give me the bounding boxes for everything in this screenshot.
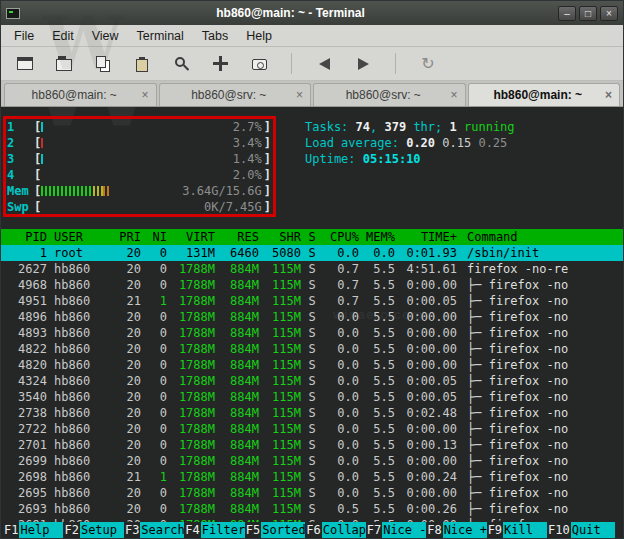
cell-time: 0:00.00 — [395, 309, 457, 325]
back-button[interactable] — [308, 50, 340, 77]
cell-pri: 20 — [111, 485, 141, 501]
column-header-pri[interactable]: PRI — [111, 229, 141, 245]
tab-1[interactable]: hb860@main: ~× — [4, 83, 157, 106]
menu-tabs[interactable]: Tabs — [193, 26, 237, 46]
meter-value: 3.4% — [233, 135, 262, 151]
cell-res: 884M — [215, 261, 259, 277]
process-row-2701[interactable]: 2701hb8602001788M884M115MS0.05.50:00.13├… — [1, 437, 623, 453]
cell-cpu: 0.0 — [323, 245, 359, 261]
column-header-s[interactable]: S — [301, 229, 323, 245]
meter-value: 1.4% — [233, 151, 262, 167]
tab-2[interactable]: hb860@srv: ~× — [159, 83, 312, 106]
new-tab-button[interactable] — [48, 50, 80, 77]
cell-ni: 0 — [141, 485, 167, 501]
process-row-4951[interactable]: 4951hb8602111788M884M115MS0.75.50:00.05├… — [1, 293, 623, 309]
meter-2: 2[3.4%] — [7, 135, 271, 151]
tab-4[interactable]: hb860@main: ~× — [468, 83, 621, 106]
menu-edit[interactable]: Edit — [43, 26, 83, 46]
process-row-4820[interactable]: 4820hb8602001788M884M115MS0.05.50:00.00├… — [1, 357, 623, 373]
minimize-button[interactable]: – — [558, 6, 576, 21]
fullscreen-button[interactable] — [204, 50, 236, 77]
fkey-setup[interactable]: F2Setup — [63, 522, 123, 538]
process-row-2695[interactable]: 2695hb8602001788M884M115MS0.05.50:00.00├… — [1, 485, 623, 501]
fkey-kill[interactable]: F9Kill — [487, 522, 547, 538]
terminal-window: hb860@main: ~ - Terminal – □ × FileEditV… — [0, 0, 624, 539]
menu-file[interactable]: File — [5, 26, 43, 46]
process-row-2722[interactable]: 2722hb8602001788M884M115MS0.05.50:00.00├… — [1, 421, 623, 437]
process-row-2738[interactable]: 2738hb8602001788M884M115MS0.05.50:02.48├… — [1, 405, 623, 421]
fkey-sorted[interactable]: F5Sorted — [245, 522, 305, 538]
fkey-search[interactable]: F3Search — [124, 522, 184, 538]
process-row-4324[interactable]: 4324hb8602001788M884M115MS0.05.50:00.05├… — [1, 373, 623, 389]
search-button[interactable] — [165, 50, 197, 77]
cell-shr: 115M — [259, 405, 301, 421]
tab-label: hb860@srv: ~ — [167, 88, 291, 102]
column-header-ni[interactable]: NI — [141, 229, 167, 245]
menu-help[interactable]: Help — [237, 26, 281, 46]
cell-pri: 21 — [111, 293, 141, 309]
process-row-2627[interactable]: 2627hb8602001788M884M115MS0.75.54:51.61f… — [1, 261, 623, 277]
column-header-user[interactable]: USER — [47, 229, 111, 245]
cell-mem: 5.5 — [359, 357, 395, 373]
tasks-line: Tasks: 74, 379 thr; 1 running — [305, 119, 515, 135]
terminal-screen[interactable]: W winaero.com 1[2.7%]2[3.4%]3[1.4%]4[2.0… — [1, 107, 623, 538]
cell-mem: 5.5 — [359, 341, 395, 357]
fkey-nice[interactable]: F7Nice - — [366, 522, 426, 538]
column-header-pid[interactable]: PID — [7, 229, 47, 245]
process-row-4896[interactable]: 4896hb8602001788M884M115MS0.05.50:00.00├… — [1, 309, 623, 325]
meter-1: 1[2.7%] — [7, 119, 271, 135]
function-key-bar: F1HelpF2SetupF3SearchF4FilterF5SortedF6C… — [1, 522, 623, 538]
process-row-4968[interactable]: 4968hb8602001788M884M115MS0.75.50:00.00├… — [1, 277, 623, 293]
close-tab-icon[interactable]: × — [450, 89, 457, 101]
cell-time: 0:00.05 — [395, 293, 457, 309]
menu-terminal[interactable]: Terminal — [128, 26, 193, 46]
process-row-2693[interactable]: 2693hb8602001788M884M115MS0.55.50:00.26├… — [1, 501, 623, 517]
cell-res: 884M — [215, 277, 259, 293]
paste-button[interactable] — [126, 50, 158, 77]
forward-button[interactable] — [347, 50, 379, 77]
reload-button[interactable]: ↻ — [412, 50, 444, 77]
fkey-help[interactable]: F1Help — [3, 522, 63, 538]
column-header-time[interactable]: TIME+ — [395, 229, 457, 245]
column-header-mem[interactable]: MEM% — [359, 229, 395, 245]
process-row-3540[interactable]: 3540hb8602001788M884M115MS0.05.50:00.05├… — [1, 389, 623, 405]
screenshot-button[interactable] — [243, 50, 275, 77]
maximize-button[interactable]: □ — [579, 6, 597, 21]
menu-view[interactable]: View — [83, 26, 128, 46]
column-header-cpu[interactable]: CPU% — [323, 229, 359, 245]
fkey-nice[interactable]: F8Nice + — [426, 522, 486, 538]
process-row-4893[interactable]: 4893hb8602001788M884M115MS0.05.50:00.00├… — [1, 325, 623, 341]
process-row-4822[interactable]: 4822hb8602001788M884M115MS0.05.50:00.00├… — [1, 341, 623, 357]
cell-cpu: 0.5 — [323, 501, 359, 517]
new-window-button[interactable] — [9, 50, 41, 77]
column-header-shr[interactable]: SHR — [259, 229, 301, 245]
column-header-cmd[interactable]: Command — [457, 229, 623, 245]
copy-button[interactable] — [87, 50, 119, 77]
column-header-res[interactable]: RES — [215, 229, 259, 245]
close-button[interactable]: × — [600, 6, 618, 21]
tasks-label: Tasks: — [305, 120, 356, 134]
process-row-2698[interactable]: 2698hb8602111788M884M115MS0.05.50:00.24├… — [1, 469, 623, 485]
process-row-1[interactable]: 1root200131M64605080S0.00.00:01.93/sbin/… — [1, 245, 623, 261]
meter-label: Mem — [7, 183, 34, 199]
fkey-filter[interactable]: F4Filter — [184, 522, 244, 538]
tab-3[interactable]: hb860@srv: ~× — [313, 83, 466, 106]
fkey-number: F9 — [487, 522, 503, 538]
close-tab-icon[interactable]: × — [605, 89, 612, 101]
cell-time: 0:00.00 — [395, 341, 457, 357]
column-header-virt[interactable]: VIRT — [167, 229, 215, 245]
titlebar[interactable]: hb860@main: ~ - Terminal – □ × — [1, 1, 623, 25]
cell-shr: 115M — [259, 453, 301, 469]
close-tab-icon[interactable]: × — [141, 89, 148, 101]
fkey-quit[interactable]: F10Quit — [547, 522, 615, 538]
process-row-2699[interactable]: 2699hb8602001788M884M115MS0.05.50:00.00├… — [1, 453, 623, 469]
fkey-collap[interactable]: F6Collap — [305, 522, 365, 538]
cell-user: hb860 — [47, 485, 111, 501]
close-tab-icon[interactable]: × — [296, 89, 303, 101]
cell-pri: 20 — [111, 437, 141, 453]
meter-tick-segment — [41, 122, 45, 132]
fkey-label: Help — [19, 522, 63, 538]
cell-user: hb860 — [47, 501, 111, 517]
cell-pid: 3540 — [7, 389, 47, 405]
cell-s: S — [301, 421, 323, 437]
